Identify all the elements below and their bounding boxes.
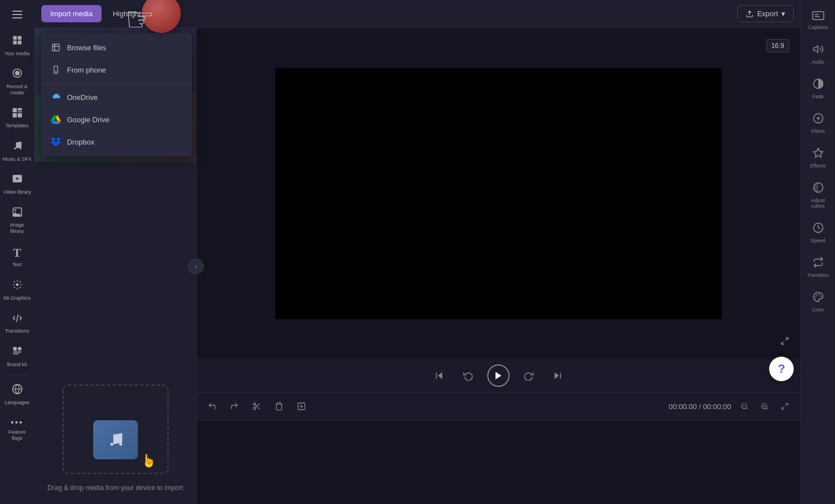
languages-icon	[12, 383, 23, 398]
sidebar-item-graphics[interactable]: 88 Graphics	[0, 275, 34, 305]
svg-point-59	[820, 296, 821, 296]
music-file-icon	[107, 431, 124, 449]
delete-button[interactable]	[270, 397, 288, 415]
current-time: 00:00.00 / 00:00:00	[669, 402, 731, 411]
timeline-toolbar: 00:00.00 / 00:00:00	[196, 393, 800, 420]
effects-icon	[813, 147, 824, 161]
fit-timeline-button[interactable]	[776, 397, 794, 415]
right-sidebar-color[interactable]: Color	[801, 286, 835, 318]
browse-files-label: Browse files	[67, 44, 106, 52]
dropdown-from-phone[interactable]: From phone	[41, 59, 192, 81]
dropdown-google-drive[interactable]: Google Drive	[41, 108, 192, 131]
add-media-icon	[297, 402, 306, 411]
from-phone-icon	[50, 64, 61, 75]
rewind-button[interactable]	[458, 366, 478, 386]
your-media-icon	[12, 35, 23, 49]
export-button[interactable]: Export ▾	[737, 5, 794, 22]
svg-rect-5	[13, 41, 17, 45]
svg-line-35	[258, 407, 260, 410]
svg-marker-52	[813, 46, 818, 52]
onedrive-icon	[50, 92, 61, 103]
image-library-icon	[12, 207, 23, 221]
sidebar-item-feature-flags[interactable]: ••• Featureflags	[0, 412, 34, 446]
timeline-time-display: 00:00.00 / 00:00:00	[669, 397, 794, 415]
video-library-icon	[12, 173, 23, 188]
brand-kit-icon	[12, 345, 23, 360]
import-media-button[interactable]: Import media	[41, 5, 102, 22]
aspect-ratio-badge[interactable]: 16:9	[766, 39, 789, 52]
top-bar: Import media ☞ Browse files From phone	[35, 0, 800, 28]
right-sidebar-captions[interactable]: Captions	[801, 6, 835, 36]
dropdown-browse-files[interactable]: Browse files	[41, 36, 192, 59]
skip-forward-button[interactable]	[548, 366, 568, 386]
music-icon	[12, 140, 23, 155]
forward-button[interactable]	[519, 366, 539, 386]
sidebar-item-label-languages: Languages	[4, 400, 30, 406]
svg-marker-30	[555, 372, 559, 379]
add-media-button[interactable]	[292, 397, 310, 415]
sidebar-item-brand-kit[interactable]: Brand kit	[0, 341, 34, 372]
svg-rect-4	[17, 36, 21, 40]
forward-icon	[524, 371, 534, 381]
svg-rect-10	[17, 108, 22, 110]
svg-rect-1	[12, 14, 22, 15]
right-sidebar-speed[interactable]: Speed	[801, 217, 835, 249]
captions-icon	[812, 11, 824, 23]
svg-point-60	[816, 295, 817, 295]
top-bar-right: Export ▾	[737, 5, 794, 22]
dropdown-onedrive[interactable]: OneDrive	[41, 86, 192, 108]
svg-rect-11	[17, 111, 22, 112]
sidebar-item-templates[interactable]: Templates	[0, 103, 34, 133]
sidebar-item-text[interactable]: T Text	[0, 241, 34, 272]
zoom-out-button[interactable]	[736, 397, 754, 415]
speed-icon	[813, 222, 824, 236]
graphics-icon	[12, 279, 23, 294]
dropdown-divider-1	[41, 83, 192, 84]
video-area: 16:9	[196, 28, 800, 504]
media-drop-zone[interactable]: ☝	[63, 385, 169, 474]
svg-rect-24	[52, 44, 59, 51]
zoom-in-button[interactable]	[756, 397, 774, 415]
right-sidebar-fade[interactable]: Fade	[801, 73, 835, 105]
skip-back-button[interactable]	[429, 366, 449, 386]
svg-point-7	[15, 71, 19, 75]
cut-button[interactable]	[248, 397, 266, 415]
dropdown-dropbox[interactable]: Dropbox	[41, 131, 192, 153]
sidebar-item-music-sfx[interactable]: Music & SFX	[0, 136, 34, 166]
skip-back-icon	[434, 371, 444, 381]
sidebar-item-video-library[interactable]: Video library	[0, 169, 34, 199]
import-dropdown: Browse files From phone OneDrive	[41, 33, 192, 156]
sidebar-item-your-media[interactable]: Your media	[0, 30, 34, 61]
svg-rect-13	[17, 113, 22, 117]
right-sidebar-adjust-colors[interactable]: Adjustcolors	[801, 176, 835, 214]
right-sidebar-filters[interactable]: Filters	[801, 107, 835, 140]
sidebar-item-label-graphics: 88 Graphics	[3, 295, 31, 301]
sidebar-item-transitions[interactable]: Transitions	[0, 308, 34, 339]
right-sidebar-effects[interactable]: Effects	[801, 142, 835, 174]
right-sidebar-audio[interactable]: Audio	[801, 38, 835, 70]
feature-flags-icon: •••	[11, 417, 23, 428]
menu-toggle[interactable]	[6, 4, 28, 25]
expand-button[interactable]	[780, 337, 789, 348]
svg-point-18	[16, 284, 18, 286]
left-sidebar: Your media Record &create Templates Musi…	[0, 0, 35, 504]
right-sidebar: Captions Audio Fade Filters Effects Adju…	[800, 0, 835, 504]
audio-icon	[813, 44, 824, 57]
sidebar-item-image-library[interactable]: Imagelibrary	[0, 202, 34, 239]
undo-button[interactable]	[203, 397, 221, 415]
svg-rect-12	[12, 113, 17, 117]
sidebar-item-record-create[interactable]: Record &create	[0, 63, 34, 100]
collapse-panel-button[interactable]: ‹	[188, 258, 204, 274]
redo-button[interactable]	[225, 397, 243, 415]
sidebar-item-languages[interactable]: Languages	[0, 379, 34, 410]
help-button[interactable]: ?	[769, 357, 794, 381]
video-container: 16:9	[196, 28, 800, 359]
play-button[interactable]	[487, 364, 510, 387]
fade-label: Fade	[812, 94, 824, 99]
right-sidebar-transition[interactable]: Transition	[801, 251, 835, 284]
svg-rect-6	[17, 41, 21, 45]
drag-cursor: ☝	[141, 454, 156, 468]
svg-point-58	[818, 294, 819, 295]
adjust-colors-icon	[813, 182, 824, 196]
google-drive-label: Google Drive	[67, 116, 109, 124]
